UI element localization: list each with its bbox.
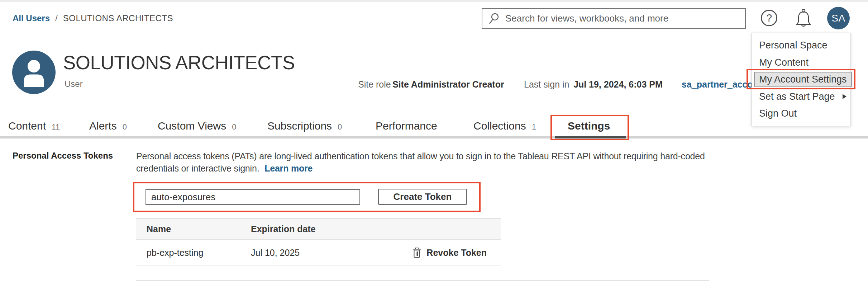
submenu-arrow-icon — [842, 94, 847, 99]
menu-item-label: Personal Space — [759, 40, 828, 51]
tab-count: 0 — [123, 120, 127, 134]
menu-item-sign-out[interactable]: Sign Out — [752, 105, 850, 122]
avatar-initials: SA — [831, 13, 845, 24]
menu-item-label: My Content — [759, 57, 809, 68]
tab-label: Collections — [473, 119, 526, 133]
help-glyph: ? — [766, 12, 772, 24]
token-expiration-cell: Jul 10, 2025 — [251, 248, 412, 258]
tab-bar-underline — [0, 136, 868, 139]
pat-description: Personal access tokens (PATs) are long-l… — [136, 150, 714, 174]
active-tab-indicator — [555, 136, 626, 139]
notifications-bell-icon[interactable] — [793, 8, 814, 29]
learn-more-link[interactable]: Learn more — [264, 163, 313, 173]
tab-label: Performance — [376, 119, 437, 133]
tab-alerts[interactable]: Alerts 0 — [89, 119, 127, 134]
create-token-button[interactable]: Create Token — [378, 189, 467, 205]
tab-label: Alerts — [89, 119, 117, 133]
tab-settings[interactable]: Settings — [568, 119, 610, 133]
page-title: SOLUTIONS ARCHITECTS — [63, 52, 295, 74]
menu-item-label: Sign Out — [759, 108, 797, 119]
token-name-input[interactable] — [146, 189, 360, 205]
revoke-token-label: Revoke Token — [426, 248, 487, 258]
menu-item-personal-space[interactable]: Personal Space — [752, 37, 850, 54]
tab-subscriptions[interactable]: Subscriptions 0 — [267, 119, 342, 134]
window-top-edge — [0, 0, 868, 2]
menu-item-my-account-settings[interactable]: My Account Settings — [752, 71, 850, 88]
user-account-menu: Personal Space My Content My Account Set… — [752, 33, 851, 126]
site-role-value: Site Administrator Creator — [392, 79, 504, 90]
breadcrumb-all-users-link[interactable]: All Users — [13, 13, 50, 23]
profile-avatar — [12, 51, 56, 94]
site-role-label: Site role — [358, 79, 391, 90]
trash-icon — [412, 247, 421, 258]
menu-item-set-as-start-page[interactable]: Set as Start Page — [752, 88, 850, 105]
menu-item-my-content[interactable]: My Content — [752, 54, 850, 71]
token-name-cell: pb-exp-testing — [147, 248, 251, 258]
token-table: Name Expiration date pb-exp-testing Jul … — [136, 218, 501, 266]
tab-label: Content — [8, 119, 46, 133]
profile-subtitle: User — [65, 79, 83, 89]
table-row: pb-exp-testing Jul 10, 2025 Revoke Token — [136, 240, 501, 266]
section-divider — [136, 280, 709, 281]
pat-section-heading: Personal Access Tokens — [13, 151, 113, 161]
tab-label: Settings — [568, 119, 610, 133]
breadcrumb-current: SOLUTIONS ARCHITECTS — [63, 13, 173, 23]
last-sign-in-value: Jul 19, 2024, 6:03 PM — [573, 79, 663, 90]
username-link[interactable]: sa_partner_accou — [682, 79, 758, 90]
help-icon[interactable]: ? — [761, 10, 777, 26]
tab-count: 0 — [232, 120, 236, 134]
search-icon — [488, 13, 500, 25]
revoke-token-button[interactable]: Revoke Token — [412, 247, 501, 258]
tab-custom-views[interactable]: Custom Views 0 — [158, 119, 236, 134]
tab-count: 1 — [532, 120, 536, 134]
person-icon — [12, 51, 56, 94]
pat-description-text: Personal access tokens (PATs) are long-l… — [136, 151, 705, 173]
token-table-header: Name Expiration date — [136, 218, 501, 240]
tab-content[interactable]: Content 11 — [8, 119, 60, 134]
tab-count: 11 — [52, 120, 60, 134]
profile-tabs: Content 11 Alerts 0 Custom Views 0 Subsc… — [0, 119, 868, 134]
search-bar[interactable] — [482, 8, 746, 29]
tab-label: Subscriptions — [267, 119, 332, 133]
user-avatar[interactable]: SA — [827, 7, 850, 29]
tab-collections[interactable]: Collections 1 — [473, 119, 536, 134]
search-input[interactable] — [505, 9, 745, 28]
last-sign-in-label: Last sign in — [524, 79, 569, 90]
column-header-expiration: Expiration date — [251, 224, 316, 234]
breadcrumb: All Users / SOLUTIONS ARCHITECTS — [13, 13, 173, 23]
tab-label: Custom Views — [158, 119, 226, 133]
column-header-name: Name — [147, 224, 251, 234]
tab-count: 0 — [338, 120, 342, 134]
menu-item-label: Set as Start Page — [759, 91, 835, 102]
menu-item-label: My Account Settings — [754, 72, 852, 87]
tab-performance[interactable]: Performance — [376, 119, 437, 133]
breadcrumb-separator: / — [55, 13, 58, 23]
